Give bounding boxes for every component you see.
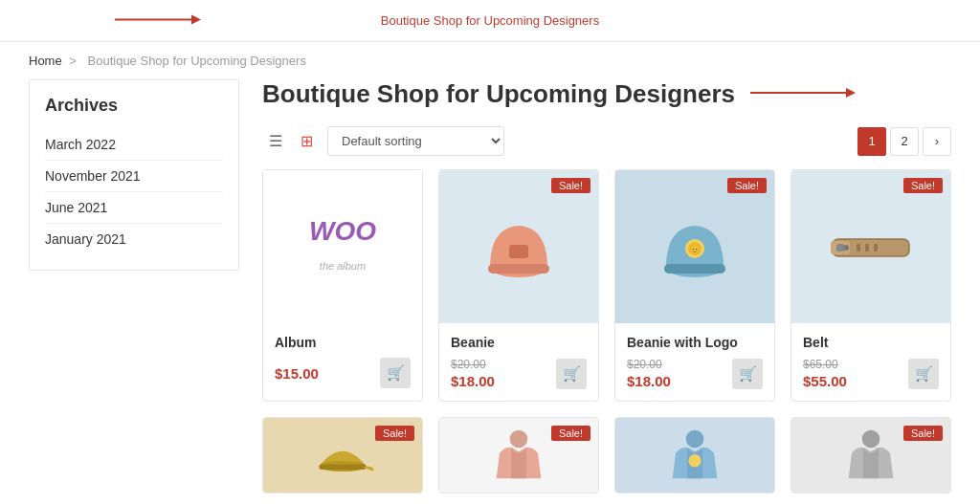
archive-link-jun2021[interactable]: June 2021	[45, 200, 107, 215]
beanie-orange-image	[471, 199, 567, 295]
belt-image	[823, 199, 919, 295]
archive-item-2[interactable]: June 2021	[45, 192, 223, 224]
price-block-beanie: $20.00 $18.00	[451, 358, 495, 389]
svg-rect-6	[509, 245, 528, 258]
archive-item-1[interactable]: November 2021	[45, 161, 223, 192]
hoodie-gray-image	[837, 427, 904, 485]
price-original-belt: $65.00	[803, 358, 847, 371]
svg-rect-5	[488, 264, 549, 274]
svg-rect-21	[320, 464, 367, 470]
svg-rect-8	[664, 264, 725, 274]
product-name-beanie: Beanie	[451, 335, 587, 350]
product-info-beanie-logo: Beanie with Logo $20.00 $18.00 🛒	[615, 323, 774, 401]
list-view-button[interactable]: ☰	[262, 128, 289, 155]
sale-badge-belt: Sale!	[903, 178, 943, 193]
product-card-album: WOOthe album Album $15.00 🛒	[262, 169, 423, 402]
price-sale-beanie-logo: $18.00	[627, 373, 671, 389]
product-image-beanie: Sale!	[439, 170, 598, 323]
woo-logo: WOOthe album	[309, 217, 376, 276]
cap-image	[309, 427, 376, 485]
page-2-button[interactable]: 2	[890, 127, 919, 156]
breadcrumb-current: Boutique Shop for Upcoming Designers	[88, 54, 306, 68]
product-card-beanie-logo: Sale! 😊 Beanie with Logo $20.00	[614, 169, 775, 402]
page-heading-wrapper: Boutique Shop for Upcoming Designers	[262, 79, 951, 109]
archives-title: Archives	[45, 96, 223, 116]
product-card-cap: Sale!	[262, 417, 423, 493]
breadcrumb-home[interactable]: Home	[29, 54, 62, 68]
sidebar-archives-widget: Archives March 2022 November 2021 June 2…	[29, 79, 239, 271]
product-image-beanie-logo: Sale! 😊	[615, 170, 774, 323]
sale-badge-cap: Sale!	[375, 426, 414, 441]
archive-link-jan2021[interactable]: January 2021	[45, 231, 126, 247]
page-1-button[interactable]: 1	[858, 127, 886, 156]
price-block-belt: $65.00 $55.00	[803, 358, 847, 389]
products-toolbar: ☰ ⊞ Default sorting Sort by popularity S…	[262, 126, 951, 156]
sale-badge-beanie-logo: Sale!	[727, 178, 767, 193]
archive-item-0[interactable]: March 2022	[45, 129, 223, 161]
archive-link-march2022[interactable]: March 2022	[45, 137, 116, 152]
add-to-cart-beanie[interactable]: 🛒	[556, 359, 587, 389]
price-sale-beanie: $18.00	[451, 373, 495, 389]
view-toggle: ☰ ⊞	[262, 128, 320, 155]
product-name-beanie-logo: Beanie with Logo	[627, 335, 763, 350]
page-title: Boutique Shop for Upcoming Designers	[262, 79, 735, 109]
price-regular-album: $15.00	[275, 365, 319, 382]
product-card-hoodie-gray: Sale!	[791, 417, 951, 493]
product-price-row-album: $15.00 🛒	[275, 358, 411, 388]
svg-point-25	[862, 430, 880, 449]
product-card-hoodie-blue	[614, 417, 775, 493]
sort-select[interactable]: Default sorting Sort by popularity Sort …	[327, 126, 504, 156]
add-to-cart-belt[interactable]: 🛒	[908, 359, 939, 389]
svg-marker-3	[846, 88, 856, 98]
pagination: 1 2 ›	[858, 127, 951, 156]
product-name-belt: Belt	[803, 335, 939, 350]
product-image-hoodie-gray: Sale!	[791, 418, 950, 493]
sale-badge-hoodie-pink: Sale!	[551, 426, 590, 441]
add-to-cart-album[interactable]: 🛒	[380, 358, 411, 388]
add-to-cart-beanie-logo[interactable]: 🛒	[732, 359, 763, 389]
svg-marker-1	[191, 14, 201, 24]
product-price-row-beanie-logo: $20.00 $18.00 🛒	[627, 358, 763, 389]
grid-view-button[interactable]: ⊞	[293, 128, 320, 155]
product-info-belt: Belt $65.00 $55.00 🛒	[791, 323, 950, 401]
product-info-album: Album $15.00 🛒	[263, 323, 422, 400]
product-price-row-belt: $65.00 $55.00 🛒	[803, 358, 939, 389]
product-grid: WOOthe album Album $15.00 🛒 Sale!	[262, 169, 951, 402]
hoodie-pink-image	[485, 427, 552, 485]
svg-point-16	[843, 245, 849, 251]
product-image-cap: Sale!	[263, 418, 422, 493]
sale-badge-hoodie-gray: Sale!	[903, 426, 943, 441]
archive-link-nov2021[interactable]: November 2021	[45, 168, 141, 184]
product-name-album: Album	[275, 335, 411, 350]
svg-rect-19	[874, 244, 878, 252]
archive-item-3[interactable]: January 2021	[45, 224, 223, 254]
product-image-hoodie-pink: Sale!	[439, 418, 598, 493]
svg-rect-15	[836, 244, 844, 252]
product-image-album: WOOthe album	[263, 170, 422, 323]
product-card-belt: Sale! Belt	[791, 169, 951, 402]
svg-rect-18	[865, 244, 869, 252]
product-price-row-beanie: $20.00 $18.00 🛒	[451, 358, 587, 389]
price-original-beanie: $20.00	[451, 358, 495, 371]
breadcrumb: Home > Boutique Shop for Upcoming Design…	[0, 42, 980, 79]
product-image-hoodie-blue	[615, 418, 774, 493]
hoodie-blue-image	[661, 427, 728, 485]
product-card-beanie: Sale! Beanie $20.00 $18.00	[438, 169, 599, 402]
top-bar-arrow	[115, 11, 201, 31]
page-next-button[interactable]: ›	[923, 127, 951, 156]
product-card-hoodie-pink: Sale!	[438, 417, 599, 493]
main-layout: Archives March 2022 November 2021 June 2…	[0, 79, 980, 504]
price-block-beanie-logo: $20.00 $18.00	[627, 358, 671, 389]
top-bar-title: Boutique Shop for Upcoming Designers	[381, 13, 599, 28]
beanie-blue-image: 😊	[647, 199, 743, 295]
product-bottom-row: Sale! Sale!	[262, 417, 951, 493]
breadcrumb-separator: >	[69, 54, 77, 68]
product-info-beanie: Beanie $20.00 $18.00 🛒	[439, 323, 598, 401]
svg-point-24	[688, 454, 701, 467]
top-bar: Boutique Shop for Upcoming Designers	[0, 0, 980, 42]
archive-list: March 2022 November 2021 June 2021 Janua…	[45, 129, 223, 254]
svg-text:😊: 😊	[690, 245, 700, 254]
price-block-album: $15.00	[275, 365, 319, 382]
price-original-beanie-logo: $20.00	[627, 358, 671, 371]
main-content: Boutique Shop for Upcoming Designers ☰ ⊞…	[262, 79, 951, 493]
